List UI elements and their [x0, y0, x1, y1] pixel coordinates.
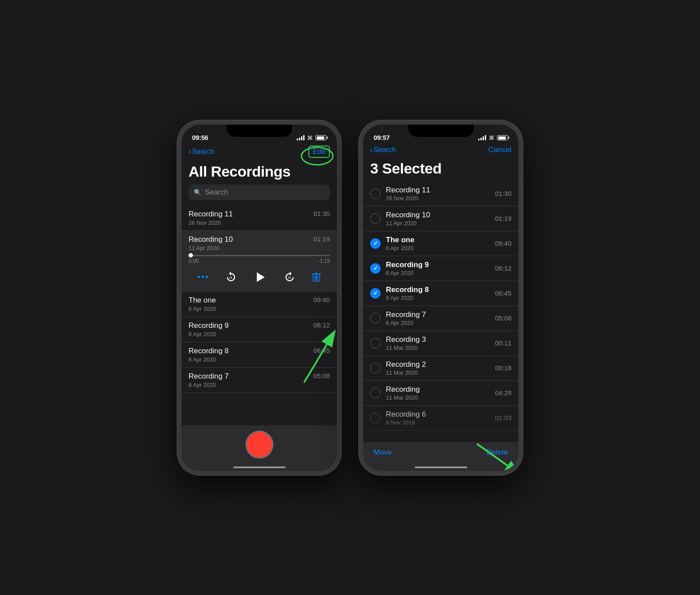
page-title-2: 3 Selected [363, 158, 518, 181]
delete-button[interactable] [312, 272, 321, 282]
sel-circle-2[interactable] [370, 363, 381, 373]
sel-duration: 04:29 [495, 389, 511, 397]
back-button-2[interactable]: ‹ Search [370, 146, 396, 155]
recording-name: Recording 8 [189, 347, 229, 355]
recording-duration: 01:30 [313, 210, 330, 217]
recording-duration: 06:12 [313, 321, 330, 329]
rewind-15-button[interactable]: 15 [225, 271, 237, 283]
sel-duration: 01:19 [495, 215, 511, 222]
recording-duration: 05:08 [313, 372, 330, 379]
recording-name: Recording 7 [189, 372, 229, 381]
sel-name: Recording 6 [386, 410, 495, 419]
battery-icon [315, 135, 326, 140]
sel-circle-9[interactable]: ✓ [370, 263, 381, 274]
sel-name: Recording 7 [386, 310, 495, 319]
player-controls: 0:00 -1:19 ••• 15 [189, 251, 330, 287]
sel-item-6[interactable]: Recording 6 8 Nov 2019 01:03 [363, 406, 518, 431]
sel-circle-11[interactable] [370, 188, 381, 199]
current-time: 0:00 [189, 258, 199, 264]
recording-item-the-one[interactable]: The one 6 Apr 2020 09:40 [182, 292, 337, 317]
sel-item-7[interactable]: Recording 7 6 Apr 2020 05:08 [363, 306, 518, 331]
sel-item-8[interactable]: ✓ Recording 8 6 Apr 2020 06:45 [363, 281, 518, 306]
forward-15-button[interactable]: 15 [284, 271, 296, 283]
home-indicator [233, 466, 286, 468]
sel-name: Recording 3 [386, 335, 495, 344]
recording-date: 6 Apr 2020 [189, 306, 216, 312]
sel-item-10[interactable]: Recording 10 11 Apr 2020 01:19 [363, 206, 518, 231]
recording-item-10[interactable]: Recording 10 11 Apr 2020 01:19 0:00 -1:1… [182, 231, 337, 292]
checkmark-icon: ✓ [373, 265, 378, 271]
sel-name: The one [386, 236, 495, 244]
delete-button-2[interactable]: Delete [486, 448, 508, 457]
record-button[interactable] [245, 431, 273, 459]
recording-date: 6 Apr 2020 [189, 331, 229, 338]
sel-name: Recording 10 [386, 211, 495, 219]
status-time-2: 09:57 [374, 134, 390, 141]
recording-date: 6 Apr 2020 [189, 382, 229, 388]
sel-item-3[interactable]: Recording 3 11 Mar 2020 00:11 [363, 331, 518, 356]
sel-item-recording[interactable]: Recording 11 Mar 2020 04:29 [363, 381, 518, 406]
sel-item-the-one[interactable]: ✓ The one 6 Apr 2020 09:40 [363, 231, 518, 256]
recording-item-9[interactable]: Recording 9 6 Apr 2020 06:12 [182, 317, 337, 342]
phone-2: 09:57 ⌘ ‹ Se [359, 120, 523, 475]
search-bar[interactable]: 🔍 Search [189, 184, 330, 200]
sel-duration: 05:08 [495, 314, 511, 322]
sel-date: 8 Nov 2019 [386, 419, 495, 426]
sel-circle-7[interactable] [370, 313, 381, 324]
sel-circle-3[interactable] [370, 338, 381, 348]
home-indicator-2 [415, 466, 467, 468]
recording-name: The one [189, 296, 216, 305]
sel-name: Recording 9 [386, 261, 495, 269]
move-button[interactable]: Move [374, 448, 392, 457]
more-options-button[interactable]: ••• [197, 272, 209, 282]
status-time-1: 09:56 [192, 134, 208, 141]
chevron-left-icon-2: ‹ [370, 146, 373, 155]
sel-duration: 06:45 [495, 289, 511, 297]
recording-date: 11 Apr 2020 [189, 245, 233, 251]
back-label-2: Search [374, 146, 396, 154]
back-label-1: Search [192, 148, 214, 156]
sel-item-9[interactable]: ✓ Recording 9 6 Apr 2020 06:12 [363, 256, 518, 281]
sel-circle-recording[interactable] [370, 388, 381, 398]
recording-item-8[interactable]: Recording 8 6 Apr 2020 06:45 [182, 342, 337, 368]
recording-item-11[interactable]: Recording 11 26 Nov 2020 01:30 [182, 205, 337, 231]
selection-list: Recording 11 26 Nov 2020 01:30 Recording… [363, 181, 518, 442]
sel-name: Recording 2 [386, 360, 495, 369]
phone-1: 09:56 ⌘ ‹ Se [177, 120, 341, 475]
sel-circle-the-one[interactable]: ✓ [370, 238, 381, 249]
sel-duration: 01:30 [495, 190, 511, 197]
progress-bar[interactable] [189, 255, 330, 256]
recording-item-7[interactable]: Recording 7 6 Apr 2020 05:08 [182, 368, 337, 393]
edit-button[interactable]: Edit [308, 146, 330, 158]
record-bar [182, 425, 337, 471]
cancel-button[interactable]: Cancel [488, 146, 511, 154]
sel-name: Recording 11 [386, 186, 495, 195]
recordings-list: Recording 11 26 Nov 2020 01:30 Recording… [182, 205, 337, 425]
nav-bar-1: ‹ Search Edit [182, 144, 337, 161]
sel-name: Recording 8 [386, 285, 495, 294]
recording-name: Recording 9 [189, 321, 229, 330]
sel-duration: 09:40 [495, 240, 511, 247]
back-button-1[interactable]: ‹ Search [189, 147, 214, 156]
wifi-icon: ⌘ [307, 135, 313, 141]
sel-item-2[interactable]: Recording 2 11 Mar 2020 00:18 [363, 356, 518, 381]
checkmark-icon: ✓ [373, 290, 378, 296]
progress-dot [189, 253, 193, 257]
notch-2 [408, 125, 474, 137]
signal-icon [297, 135, 304, 140]
signal-icon-2 [478, 135, 486, 140]
sel-date: 26 Nov 2020 [386, 195, 495, 202]
sel-circle-8[interactable]: ✓ [370, 288, 381, 299]
sel-name: Recording [386, 385, 495, 394]
sel-circle-10[interactable] [370, 213, 381, 224]
sel-date: 11 Mar 2020 [386, 369, 495, 376]
sel-item-11[interactable]: Recording 11 26 Nov 2020 01:30 [363, 181, 518, 206]
sel-circle-6[interactable] [370, 413, 381, 423]
battery-icon-2 [497, 135, 508, 140]
play-button[interactable] [252, 269, 268, 285]
status-icons-2: ⌘ [478, 135, 508, 141]
time-row: 0:00 -1:19 [189, 258, 330, 264]
chevron-left-icon: ‹ [189, 147, 191, 156]
page-title-1: All Recordings [182, 161, 337, 184]
notch [227, 125, 292, 137]
